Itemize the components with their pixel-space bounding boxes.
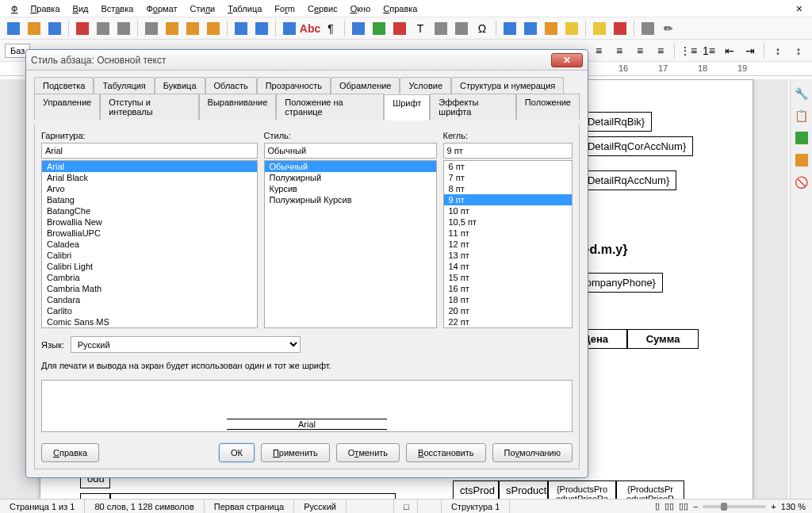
list-item[interactable]: Arvo (42, 183, 257, 194)
menu-styles[interactable]: Стили (183, 2, 221, 15)
align-left-icon[interactable]: ≡ (590, 42, 607, 59)
undo-icon[interactable] (232, 20, 250, 37)
indent-inc-icon[interactable]: ⇥ (741, 42, 759, 59)
font-size-listbox[interactable]: 6 пт7 пт8 пт9 пт10 пт10,5 пт11 пт12 пт13… (443, 160, 573, 328)
tab-Табуляция[interactable]: Табуляция (94, 77, 154, 94)
zoom-in-icon[interactable]: + (771, 502, 776, 511)
tab-Структура и нумерация[interactable]: Структура и нумерация (451, 77, 564, 94)
list-item[interactable]: Полужирный (265, 172, 436, 183)
list-item[interactable]: 12 пт (444, 239, 573, 250)
table-icon[interactable] (350, 20, 367, 37)
status-words[interactable]: 80 слов, 1 128 символов (85, 500, 204, 513)
paste-icon[interactable] (184, 20, 201, 37)
draw-icon[interactable]: ✏ (660, 20, 677, 37)
zoom-out-icon[interactable]: − (693, 502, 698, 511)
cut-icon[interactable] (143, 20, 160, 37)
open-icon[interactable] (25, 20, 43, 37)
list-item[interactable]: 14 пт (444, 261, 573, 272)
tab-Обрамление[interactable]: Обрамление (331, 77, 400, 94)
chart-icon[interactable] (391, 20, 408, 37)
tab-Выравнивание[interactable]: Выравнивание (199, 94, 277, 120)
pilcrow-icon[interactable]: ¶ (322, 20, 339, 37)
pdf-icon[interactable] (74, 20, 91, 37)
list-item[interactable]: Carlito (42, 305, 257, 316)
list-item[interactable]: BrowalliaUPC (42, 228, 257, 239)
cancel-button[interactable]: Отменить (336, 443, 400, 462)
list-item[interactable]: Cambria (42, 272, 257, 283)
view-multi-icon[interactable]: ▯▯ (665, 501, 674, 511)
field-icon[interactable] (453, 20, 470, 37)
menu-edit[interactable]: Правка (24, 2, 66, 15)
list-item[interactable]: Обычный (265, 161, 436, 172)
doc-close-icon[interactable]: × (791, 2, 807, 15)
textbox-icon[interactable]: T (412, 20, 429, 37)
cross-ref-icon[interactable] (563, 20, 580, 37)
menu-form[interactable]: Form (268, 2, 301, 15)
tab-Отступы и интервалы[interactable]: Отступы и интервалы (100, 94, 198, 120)
tab-Условие[interactable]: Условие (400, 77, 451, 94)
tab-Буквица[interactable]: Буквица (155, 77, 205, 94)
special-char-icon[interactable]: Ω (473, 20, 491, 37)
font-family-listbox[interactable]: ArialArial BlackArvoBatangBatangCheBrowa… (41, 160, 258, 328)
align-center-icon[interactable]: ≡ (611, 42, 628, 59)
tab-Шрифт[interactable]: Шрифт (384, 94, 430, 121)
menu-format[interactable]: Формат (140, 2, 183, 15)
list-item[interactable]: Calibri (42, 250, 257, 261)
list-item[interactable]: Calibri Light (42, 261, 257, 272)
redo-icon[interactable] (253, 20, 270, 37)
list-item[interactable]: 18 пт (444, 294, 573, 305)
save-icon[interactable] (46, 20, 63, 37)
dialog-titlebar[interactable]: Стиль абзаца: Основной текст ✕ (26, 50, 588, 71)
list-item[interactable]: 16 пт (444, 283, 573, 294)
view-book-icon[interactable]: ▯▯ (679, 501, 688, 511)
zoom-slider[interactable] (703, 505, 766, 508)
list-item[interactable]: Batang (42, 194, 257, 205)
list-item[interactable]: 10,5 пт (444, 216, 573, 228)
apply-button[interactable]: Применить (261, 443, 330, 462)
align-right-icon[interactable]: ≡ (631, 42, 649, 59)
dialog-close-button[interactable]: ✕ (551, 53, 583, 67)
bookmark-icon[interactable] (542, 20, 560, 37)
menu-table[interactable]: Таблица (221, 2, 268, 15)
menu-file[interactable]: Ф (5, 2, 24, 15)
list-item[interactable]: Caladea (42, 239, 257, 250)
indent-dec-icon[interactable]: ⇤ (721, 42, 738, 59)
status-page[interactable]: Страница 1 из 1 (0, 500, 85, 513)
hyperlink-icon[interactable] (501, 20, 519, 37)
menu-window[interactable]: Окно (344, 2, 377, 15)
status-language[interactable]: Русский (294, 500, 347, 513)
list-item[interactable]: 22 пт (444, 316, 573, 327)
list-item[interactable]: 11 пт (444, 228, 573, 239)
print-icon[interactable] (94, 20, 112, 37)
status-page-style[interactable]: Первая страница (205, 500, 294, 513)
line-spacing-icon[interactable]: ↕ (790, 42, 807, 59)
copy-icon[interactable] (163, 20, 181, 37)
sidebar-styles-icon[interactable] (794, 130, 810, 146)
standard-button[interactable]: По умолчанию (492, 443, 573, 462)
tab-Положение[interactable]: Положение (516, 94, 580, 120)
table-cell[interactable]: {ProductsProoductPriceRa (548, 480, 616, 499)
table-cell[interactable]: ctsProd (453, 480, 499, 499)
reset-button[interactable]: Восстановить (406, 443, 485, 462)
list-item[interactable]: BatangChe (42, 205, 257, 216)
ok-button[interactable]: ОК (219, 443, 255, 462)
font-family-input[interactable] (41, 143, 258, 159)
list-item[interactable]: 6 пт (444, 161, 573, 172)
tab-Область[interactable]: Область (205, 77, 257, 94)
view-single-icon[interactable]: ▯ (655, 501, 660, 511)
tab-Положение на странице[interactable]: Положение на странице (276, 94, 384, 120)
sidebar-navigator-icon[interactable]: 🚫 (794, 174, 810, 190)
list-item[interactable]: Cambria Math (42, 283, 257, 294)
font-style-input[interactable] (264, 143, 437, 159)
menu-view[interactable]: Вид (67, 2, 95, 15)
status-selection-mode[interactable]: □ (394, 500, 418, 513)
list-item[interactable]: 8 пт (444, 183, 573, 194)
find-icon[interactable] (281, 20, 298, 37)
list-item[interactable]: 7 пт (444, 172, 573, 183)
tab-Прозрачность[interactable]: Прозрачность (257, 77, 331, 94)
page-break-icon[interactable] (432, 20, 450, 37)
help-button[interactable]: Справка (41, 443, 99, 462)
table-cell[interactable]: {ProductsProductName} (110, 493, 396, 499)
tab-Подсветка[interactable]: Подсветка (34, 77, 94, 94)
table-header[interactable]: Сумма (627, 329, 699, 349)
